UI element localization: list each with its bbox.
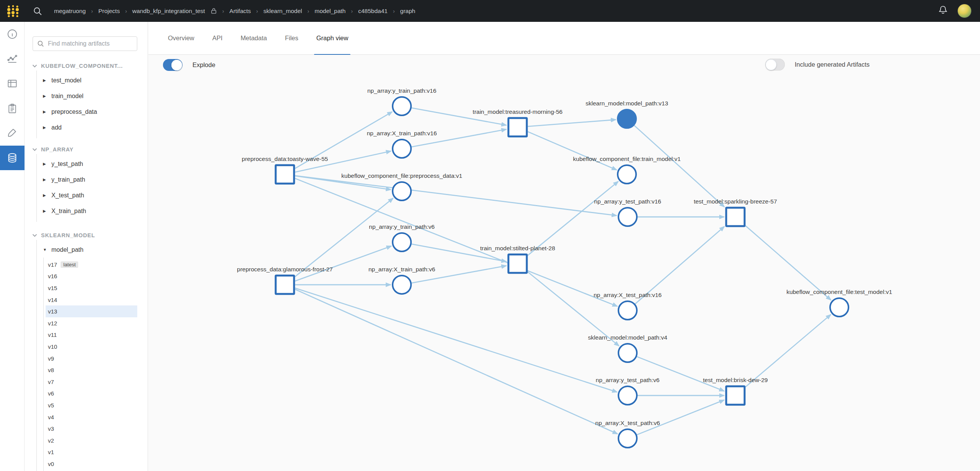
version-row-v1[interactable]: v1: [44, 446, 137, 458]
graph-edge: [528, 120, 616, 126]
sidebar-item-X_train_path[interactable]: ▶X_train_path: [37, 203, 148, 219]
sidebar-item-X_test_path[interactable]: ▶X_test_path: [37, 187, 148, 203]
graph-node-artifact[interactable]: [618, 344, 637, 362]
graph-node-artifact[interactable]: [618, 429, 637, 448]
include-generated-artifacts-label: Include generated Artifacts: [795, 61, 870, 68]
rail-item-table[interactable]: [0, 71, 25, 96]
breadcrumb-item[interactable]: sklearn_model: [263, 8, 302, 15]
version-row-v7[interactable]: v7: [44, 376, 137, 388]
version-label: v1: [48, 449, 54, 455]
graph-area: Explode Include generated Artifacts np_a…: [148, 55, 980, 471]
section-header[interactable]: SKLEARN_MODEL: [32, 231, 148, 240]
graph-node-label: train_model:stilted-planet-28: [480, 245, 555, 251]
version-row-v4[interactable]: v4: [44, 411, 137, 423]
chevron-down-icon: [32, 234, 37, 237]
graph-node-artifact[interactable]: [618, 110, 636, 128]
graph-node-run[interactable]: [726, 208, 745, 226]
graph-node-label: np_array:X_train_path:v6: [368, 266, 435, 272]
chevron-down-icon: [32, 64, 37, 68]
tab-files[interactable]: Files: [285, 22, 298, 55]
triangle-right-icon: ▶: [43, 94, 47, 98]
sidebar-item-add[interactable]: ▶add: [37, 120, 148, 135]
version-row-v0[interactable]: v0: [44, 458, 137, 470]
version-label: v8: [48, 367, 54, 373]
graph-node-artifact[interactable]: [393, 182, 411, 200]
graph-node-artifact[interactable]: [393, 233, 411, 251]
breadcrumb-item[interactable]: Artifacts: [229, 8, 251, 15]
rail-item-chart[interactable]: [0, 47, 25, 72]
sidebar-item-preprocess_data[interactable]: ▶preprocess_data: [37, 104, 148, 120]
version-row-v12[interactable]: v12: [44, 317, 137, 329]
version-row-v16[interactable]: v16: [44, 271, 137, 282]
artifact-search[interactable]: [33, 36, 137, 51]
graph-node-label: kubeflow_component_file:test_model:v1: [786, 289, 892, 295]
graph-node-label: np_array:y_train_path:v6: [369, 223, 434, 230]
avatar[interactable]: [957, 4, 972, 18]
search-input[interactable]: [48, 40, 133, 47]
graph-node-artifact[interactable]: [393, 139, 411, 158]
search-icon[interactable]: [33, 6, 43, 16]
section-header[interactable]: NP_ARRAY: [32, 145, 148, 154]
graph-node-run[interactable]: [508, 254, 527, 273]
rail-item-database[interactable]: [0, 146, 25, 171]
version-row-v3[interactable]: v3: [44, 423, 137, 435]
latest-badge: latest: [61, 261, 78, 268]
wandb-logo[interactable]: [7, 5, 20, 18]
graph-node-artifact[interactable]: [830, 298, 848, 317]
breadcrumb-item[interactable]: c485bda41: [358, 8, 388, 15]
version-row-v11[interactable]: v11: [44, 329, 137, 341]
version-row-v15[interactable]: v15: [44, 282, 137, 294]
rail-item-clipboard[interactable]: [0, 96, 25, 121]
tree-item-label: add: [51, 124, 62, 131]
graph-node-artifact[interactable]: [618, 386, 637, 405]
include-generated-artifacts-toggle[interactable]: [765, 59, 785, 71]
breadcrumb-item[interactable]: wandb_kfp_integration_test: [132, 8, 205, 15]
tab-api[interactable]: API: [212, 22, 223, 55]
version-row-v14[interactable]: v14: [44, 294, 137, 306]
explode-toggle[interactable]: [163, 59, 183, 71]
graph-node-artifact[interactable]: [618, 301, 637, 320]
sidebar-item-y_train_path[interactable]: ▶y_train_path: [37, 172, 148, 187]
version-label: v15: [48, 285, 57, 291]
breadcrumb-item[interactable]: model_path: [314, 8, 345, 15]
graph-node-run[interactable]: [508, 118, 527, 136]
version-row-v5[interactable]: v5: [44, 399, 137, 411]
breadcrumb-item[interactable]: megatruong: [54, 8, 86, 15]
version-row-v13[interactable]: v13: [46, 305, 137, 317]
breadcrumb-item[interactable]: Projects: [98, 8, 120, 15]
graph-edge: [295, 179, 618, 307]
graph-node-artifact[interactable]: [618, 208, 637, 226]
graph-node-run[interactable]: [276, 165, 294, 184]
sidebar-item-model_path[interactable]: ▼model_path: [37, 242, 148, 258]
version-row-v2[interactable]: v2: [44, 435, 137, 446]
search-icon: [37, 40, 44, 48]
version-row-v17[interactable]: v17latest: [44, 259, 137, 271]
graph-node-run[interactable]: [726, 386, 745, 405]
rail-item-broom[interactable]: [0, 121, 25, 146]
triangle-right-icon: ▶: [43, 177, 47, 182]
version-row-v9[interactable]: v9: [44, 353, 137, 364]
version-row-v8[interactable]: v8: [44, 364, 137, 376]
explode-label: Explode: [192, 61, 215, 69]
chevron-down-icon: [32, 148, 37, 151]
tab-graph-view[interactable]: Graph view: [316, 22, 348, 55]
version-row-v6[interactable]: v6: [44, 388, 137, 400]
graph-node-run[interactable]: [276, 276, 294, 294]
bell-icon[interactable]: [938, 5, 948, 17]
tab-overview[interactable]: Overview: [168, 22, 194, 55]
version-label: v6: [48, 390, 54, 397]
sidebar-item-train_model[interactable]: ▶train_model: [37, 88, 148, 104]
section-header[interactable]: KUBEFLOW_COMPONENT...: [32, 61, 148, 71]
version-label: v11: [48, 332, 57, 338]
graph-node-artifact[interactable]: [393, 276, 411, 294]
rail-item-info[interactable]: [0, 22, 25, 47]
triangle-right-icon: ▶: [43, 209, 47, 213]
version-row-v10[interactable]: v10: [44, 341, 137, 353]
tab-metadata[interactable]: Metadata: [240, 22, 267, 55]
breadcrumb-separator: ›: [393, 8, 395, 14]
graph-node-artifact[interactable]: [393, 97, 411, 115]
breadcrumb-item[interactable]: graph: [400, 8, 416, 15]
sidebar-item-test_model[interactable]: ▶test_model: [37, 72, 148, 88]
graph-node-artifact[interactable]: [618, 165, 636, 184]
sidebar-item-y_test_path[interactable]: ▶y_test_path: [37, 156, 148, 172]
